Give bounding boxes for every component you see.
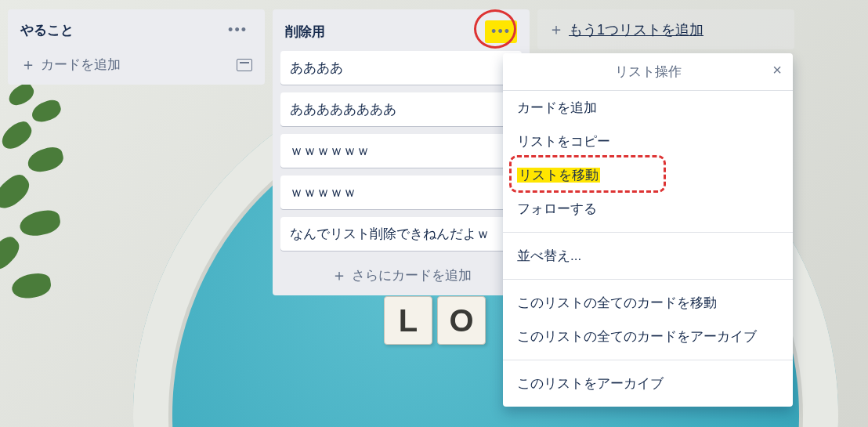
divider [503,232,793,233]
add-card-label: カードを追加 [41,56,121,74]
list-actions-popover: リスト操作 × カードを追加 リストをコピー リストを移動 フォローする 並べ替… [503,53,793,407]
list-menu-button[interactable]: ••• [223,20,252,40]
list-todo: やること ••• ＋ カードを追加 [8,9,265,85]
popover-item-copy-list[interactable]: リストをコピー [503,125,793,158]
add-card-row: ＋ カードを追加 [16,48,257,77]
add-list-label: もう1つリストを追加 [569,20,703,39]
popover-item-follow[interactable]: フォローする [503,192,793,226]
popover-item-archive-list[interactable]: このリストをアーカイブ [503,367,793,400]
list-title[interactable]: やること [20,21,74,39]
list-title[interactable]: 削除用 [285,23,325,41]
card-template-button[interactable] [237,59,252,71]
ellipsis-icon: ••• [491,24,511,39]
divider [503,360,793,360]
ellipsis-icon: ••• [228,22,248,38]
card[interactable]: なんでリスト削除できねんだよｗ [280,217,522,251]
add-card-label: さらにカードを追加 [352,266,472,284]
add-card-button[interactable]: ＋ さらにカードを追加 [331,265,472,286]
plus-icon: ＋ [548,19,564,40]
popover-item-sort[interactable]: 並べ替え... [503,239,793,273]
list-header: やること ••• [16,17,257,48]
popover-item-archive-all-cards[interactable]: このリストの全てのカードをアーカイブ [503,320,793,353]
add-list-button[interactable]: ＋ もう1つリストを追加 [537,9,794,49]
popover-header: リスト操作 × [503,53,793,91]
card[interactable]: ｗｗｗｗｗｗ [280,134,522,168]
close-icon[interactable]: × [772,61,782,79]
popover-item-move-all-cards[interactable]: このリストの全てのカードを移動 [503,286,793,320]
popover-item-add-card[interactable]: カードを追加 [503,91,793,125]
popover-title: リスト操作 [615,63,682,81]
list-header: 削除用 ••• [280,17,522,51]
list-delete: 削除用 ••• ああああ ああああああああ ｗｗｗｗｗｗ ｗｗｗｗｗ なんでリス… [273,9,530,295]
popover-item-label: リストを移動 [517,168,600,183]
add-card-row: ＋ さらにカードを追加 [280,259,522,288]
popover-item-move-list[interactable]: リストを移動 [503,158,793,192]
plus-icon: ＋ [20,54,36,75]
divider [503,279,793,280]
card[interactable]: ああああああああ [280,92,522,126]
card[interactable]: ああああ [280,51,522,85]
template-icon [237,59,252,71]
card[interactable]: ｗｗｗｗｗ [280,176,522,209]
list-menu-button[interactable]: ••• [485,20,517,43]
plus-icon: ＋ [331,265,347,286]
add-card-button[interactable]: ＋ カードを追加 [20,54,121,75]
